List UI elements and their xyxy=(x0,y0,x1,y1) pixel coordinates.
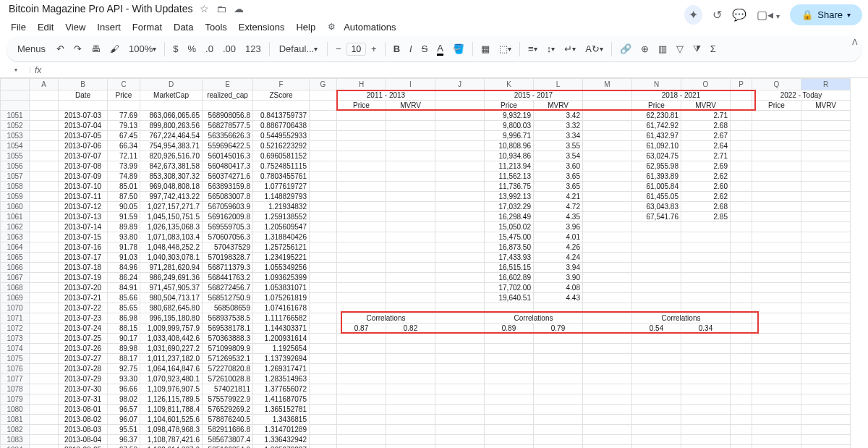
cell[interactable] xyxy=(731,161,752,172)
valign-button[interactable]: ↕ ▾ xyxy=(542,41,560,57)
cell[interactable] xyxy=(30,111,59,121)
cell[interactable] xyxy=(30,172,59,182)
cell[interactable] xyxy=(30,192,59,202)
cell[interactable]: 2013-07-09 xyxy=(59,172,108,182)
cell[interactable]: 2.67 xyxy=(681,131,731,141)
cell[interactable] xyxy=(337,232,386,242)
cell[interactable] xyxy=(310,303,337,313)
cell[interactable] xyxy=(632,425,681,435)
cell[interactable] xyxy=(310,101,337,111)
cell[interactable] xyxy=(30,384,59,394)
cell[interactable] xyxy=(337,131,386,141)
cell[interactable] xyxy=(386,334,435,344)
row-header[interactable]: 1083 xyxy=(1,435,30,445)
cell[interactable]: 62,955.98 xyxy=(632,161,681,172)
cell[interactable]: 2013-07-20 xyxy=(59,283,108,293)
row-header[interactable]: 1051 xyxy=(1,111,30,121)
cell[interactable] xyxy=(752,141,801,151)
cell[interactable]: 16,873.50 xyxy=(485,242,534,253)
cell[interactable] xyxy=(337,151,386,161)
cell[interactable] xyxy=(583,242,632,253)
cell[interactable]: MarketCap xyxy=(140,90,203,101)
cell[interactable] xyxy=(337,334,386,344)
gemini-icon[interactable]: ✦ xyxy=(684,5,702,25)
cell[interactable]: 2013-07-29 xyxy=(59,374,108,384)
cell[interactable]: 754,954,383.71 xyxy=(140,141,203,151)
cell[interactable] xyxy=(435,445,485,449)
decrease-decimal-button[interactable]: .0 xyxy=(201,41,218,57)
cell[interactable]: 578876240.5 xyxy=(203,415,253,425)
cell[interactable] xyxy=(583,293,632,303)
merge-button[interactable]: ⬚ ▾ xyxy=(495,41,516,57)
cell[interactable]: 3.65 xyxy=(534,182,583,192)
row-header[interactable]: 1069 xyxy=(1,293,30,303)
cell[interactable] xyxy=(534,374,583,384)
cell[interactable]: Correlations xyxy=(337,313,435,324)
cell[interactable]: 570363888.3 xyxy=(203,334,253,344)
cell[interactable] xyxy=(681,344,731,354)
cell[interactable] xyxy=(435,425,485,435)
cell[interactable] xyxy=(534,435,583,445)
cell[interactable] xyxy=(30,242,59,253)
cell[interactable] xyxy=(632,303,681,313)
row-header[interactable]: 1079 xyxy=(1,394,30,405)
cell[interactable] xyxy=(681,425,731,435)
cell[interactable]: 1.365152781 xyxy=(253,405,310,415)
cell[interactable] xyxy=(752,151,801,161)
cell[interactable]: 84.96 xyxy=(108,263,140,273)
cell[interactable]: 1.21934832 xyxy=(253,202,310,212)
row-header[interactable]: 1071 xyxy=(1,313,30,324)
row-header[interactable]: 1082 xyxy=(1,425,30,435)
cell[interactable]: 2013-07-13 xyxy=(59,212,108,222)
cell[interactable]: 1,122,614,337.6 xyxy=(140,445,203,449)
cell[interactable] xyxy=(30,141,59,151)
cell[interactable]: Correlations xyxy=(485,313,583,324)
row-header[interactable]: 1063 xyxy=(1,232,30,242)
cell[interactable] xyxy=(681,405,731,415)
cell[interactable] xyxy=(731,273,752,283)
cell[interactable] xyxy=(30,131,59,141)
cell[interactable] xyxy=(386,131,435,141)
cell[interactable] xyxy=(30,405,59,415)
cell[interactable] xyxy=(801,253,851,263)
cell[interactable]: 572610028.8 xyxy=(203,374,253,384)
cell[interactable]: 63,043.83 xyxy=(632,202,681,212)
cell[interactable]: 569162009.8 xyxy=(203,212,253,222)
cell[interactable] xyxy=(801,141,851,151)
cell[interactable] xyxy=(30,182,59,192)
cell[interactable]: 1.137392694 xyxy=(253,354,310,364)
cell[interactable]: 4.24 xyxy=(534,253,583,263)
halign-button[interactable]: ≡ ▾ xyxy=(524,41,542,57)
cell[interactable] xyxy=(731,415,752,425)
cell[interactable] xyxy=(435,344,485,354)
cell[interactable] xyxy=(681,354,731,364)
cell[interactable] xyxy=(632,232,681,242)
cell[interactable] xyxy=(108,101,140,111)
cell[interactable]: 1.093625399 xyxy=(253,273,310,283)
cell[interactable] xyxy=(435,435,485,445)
cell[interactable] xyxy=(310,324,337,334)
cell[interactable] xyxy=(632,405,681,415)
cell[interactable] xyxy=(337,293,386,303)
cell[interactable] xyxy=(731,394,752,405)
cell[interactable] xyxy=(337,364,386,374)
cell[interactable] xyxy=(731,344,752,354)
menu-extensions[interactable]: Extensions xyxy=(234,19,290,35)
cell[interactable] xyxy=(731,374,752,384)
cell[interactable] xyxy=(435,121,485,131)
cell[interactable] xyxy=(386,354,435,364)
cell[interactable] xyxy=(310,111,337,121)
cell[interactable] xyxy=(534,445,583,449)
cell[interactable] xyxy=(731,131,752,141)
filter-button[interactable]: ▽ xyxy=(672,41,688,57)
cell[interactable] xyxy=(337,445,386,449)
cell[interactable] xyxy=(534,344,583,354)
cell[interactable] xyxy=(435,111,485,121)
cell[interactable] xyxy=(752,384,801,394)
cell[interactable] xyxy=(752,324,801,334)
cell[interactable]: 1.336432942 xyxy=(253,435,310,445)
cell[interactable]: 2013-07-05 xyxy=(59,131,108,141)
cell[interactable]: 61,005.84 xyxy=(632,182,681,192)
cell[interactable]: 563893159.8 xyxy=(203,182,253,192)
col-header-D[interactable]: D xyxy=(140,79,203,90)
